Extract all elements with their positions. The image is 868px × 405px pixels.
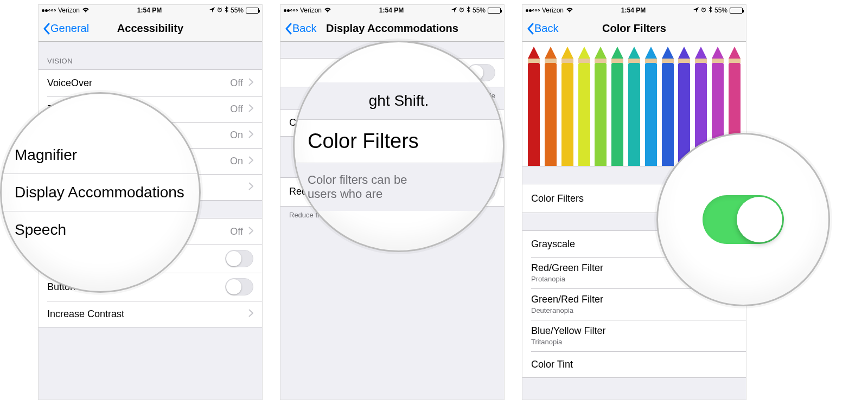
row-sublabel: Protanopia: [531, 275, 603, 283]
toggle-bold-text[interactable]: [225, 250, 253, 267]
row-voiceover[interactable]: VoiceOver Off: [39, 70, 262, 96]
lens-text: users who are: [308, 187, 382, 201]
lens-text: Color Filters: [308, 130, 419, 152]
pencil-icon: [627, 47, 641, 166]
chevron-right-icon: [248, 182, 253, 192]
signal-dots-icon: [526, 9, 540, 12]
lens-text: Speech: [15, 221, 66, 238]
status-bar: Verizon 1:54 PM 55%: [39, 5, 262, 16]
toggle-button-shapes[interactable]: [225, 278, 253, 295]
battery-icon: [730, 8, 743, 14]
carrier-label: Verizon: [542, 7, 564, 14]
row-label: Color Filters: [531, 193, 584, 204]
pencil-icon: [644, 47, 658, 166]
battery-icon: [488, 8, 501, 14]
wifi-icon: [566, 7, 573, 14]
pencil-icon: [610, 47, 624, 166]
back-label: General: [50, 22, 89, 35]
wifi-icon: [82, 7, 90, 14]
row-label: Color Tint: [531, 359, 573, 370]
bluetooth-icon: [225, 7, 228, 14]
row-sublabel: Tritanopia: [531, 338, 605, 346]
back-label: Back: [292, 22, 316, 35]
row-label: Grayscale: [531, 239, 575, 250]
back-button[interactable]: Back: [522, 22, 558, 35]
lens-text: Display Accommodations: [15, 184, 184, 201]
pencil-icon: [527, 47, 541, 166]
carrier-label: Verizon: [300, 7, 322, 14]
chevron-right-icon: [248, 78, 253, 88]
magnifier-lens-1: Magnifier Display Accommodations Speech: [0, 92, 201, 293]
signal-dots-icon: [42, 9, 56, 12]
magnifier-lens-2: ght Shift. Color Filters Color filters c…: [293, 41, 505, 252]
chevron-right-icon: [248, 130, 253, 140]
nav-bar: Back Color Filters: [522, 16, 746, 42]
location-icon: [209, 7, 215, 14]
chevron-right-icon: [248, 309, 253, 319]
section-header-vision: VISION: [39, 42, 262, 69]
nav-bar: General Accessibility: [39, 16, 262, 42]
magnifier-lens-3: [656, 133, 830, 306]
alarm-icon: [701, 7, 706, 14]
battery-pct: 55%: [473, 7, 486, 14]
location-icon: [451, 7, 457, 14]
chevron-right-icon: [248, 104, 253, 114]
pencil-icon: [677, 47, 691, 166]
carrier-label: Verizon: [58, 7, 80, 14]
status-time: 1:54 PM: [379, 7, 404, 14]
status-time: 1:54 PM: [621, 7, 646, 14]
row-label: VoiceOver: [47, 78, 92, 89]
signal-dots-icon: [284, 9, 298, 12]
back-button[interactable]: General: [39, 22, 89, 35]
row-label: Green/Red Filter: [531, 294, 603, 305]
bluetooth-icon: [709, 7, 712, 14]
alarm-icon: [217, 7, 222, 14]
row-label: Blue/Yellow Filter: [531, 325, 605, 337]
status-time: 1:54 PM: [137, 7, 162, 14]
lens-text: ght Shift.: [369, 92, 429, 109]
row-increase-contrast[interactable]: Increase Contrast: [39, 301, 262, 327]
chevron-right-icon: [248, 156, 253, 166]
alarm-icon: [459, 7, 464, 14]
row-value: Off: [230, 104, 243, 115]
status-bar: Verizon 1:54 PM 55%: [280, 5, 504, 16]
row-value: On: [230, 130, 243, 141]
pencil-icon: [593, 47, 608, 166]
battery-icon: [246, 8, 259, 14]
lens-text: Color filters can be: [308, 173, 407, 187]
nav-bar: Back Display Accommodations: [280, 16, 504, 42]
row-color-tint[interactable]: Color Tint: [522, 351, 746, 377]
lens-text: Magnifier: [15, 146, 77, 163]
wifi-icon: [324, 7, 331, 14]
row-value: Off: [230, 78, 243, 89]
battery-pct: 55%: [231, 7, 244, 14]
row-sublabel: Deuteranopia: [531, 306, 603, 314]
row-value: On: [230, 156, 243, 167]
chevron-right-icon: [248, 227, 253, 237]
battery-pct: 55%: [714, 7, 727, 14]
pencil-icon: [577, 47, 591, 166]
back-button[interactable]: Back: [280, 22, 316, 35]
status-bar: Verizon 1:54 PM 55%: [522, 5, 746, 16]
row-label: Increase Contrast: [47, 308, 124, 320]
back-label: Back: [534, 22, 558, 35]
row-value: Off: [230, 226, 243, 237]
location-icon: [693, 7, 699, 14]
toggle-color-filters-zoomed: [703, 195, 784, 244]
pencil-icon: [544, 47, 558, 166]
pencil-icon: [661, 47, 675, 166]
bluetooth-icon: [467, 7, 470, 14]
row-label: Red/Green Filter: [531, 262, 603, 274]
pencil-icon: [560, 47, 575, 166]
row-blue-yellow[interactable]: Blue/Yellow Filter Tritanopia: [522, 320, 746, 351]
